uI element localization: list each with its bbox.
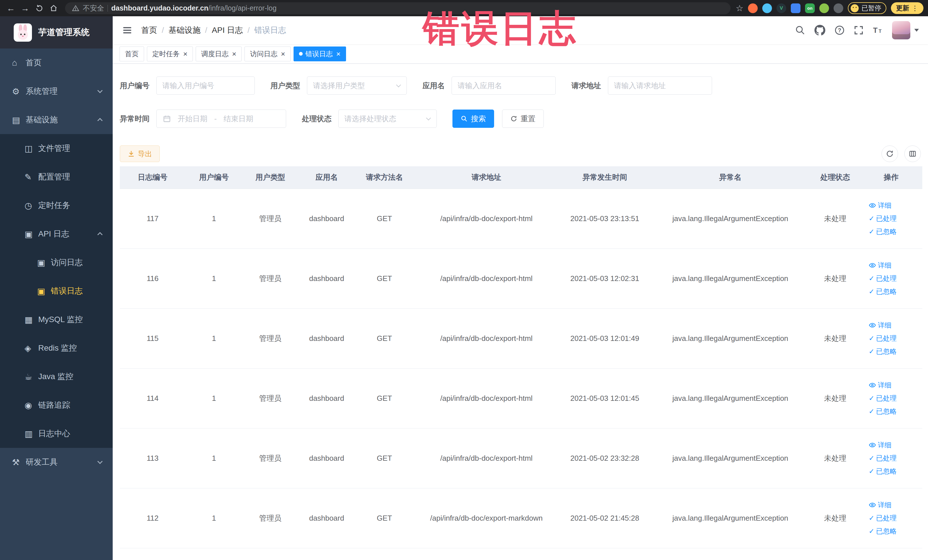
user-type-select[interactable]: 请选择用户类型 [307, 76, 407, 95]
home-button[interactable] [47, 2, 60, 15]
cell-exception: java.lang.IllegalArgumentException [650, 428, 810, 488]
reset-button[interactable]: 重置 [502, 110, 544, 128]
app-logo[interactable]: 芋道管理系统 [0, 16, 113, 49]
app-frame: 芋道管理系统 ⌂首页⚙系统管理▤基础设施◫文件管理✎配置管理◷定时任务▣API … [0, 16, 928, 560]
extension-icon[interactable] [791, 3, 800, 13]
process-status-select[interactable]: 请选择处理状态 [338, 110, 437, 128]
mark-ignored-link[interactable]: ✓已忽略 [868, 287, 897, 296]
github-icon[interactable] [815, 25, 825, 36]
breadcrumb-item[interactable]: 首页 [141, 25, 157, 36]
detail-link[interactable]: 详细 [868, 320, 891, 330]
paused-extension-badge[interactable]: 已暂停 [848, 2, 886, 14]
address-bar[interactable]: 不安全 dashboard.yudao.iocoder.cn/infra/log… [65, 2, 731, 14]
mark-processed-link[interactable]: ✓已处理 [868, 453, 897, 463]
mark-processed-link[interactable]: ✓已处理 [868, 394, 897, 403]
export-button[interactable]: 导出 [120, 145, 160, 162]
detail-link[interactable]: 详细 [868, 201, 891, 210]
cell-user-type: 管理员 [243, 308, 298, 368]
mark-processed-link[interactable]: ✓已处理 [868, 334, 897, 343]
detail-link[interactable]: 详细 [868, 441, 891, 450]
chevron-down-icon [914, 29, 919, 32]
sidebar-item-link-tracing[interactable]: ◉链路追踪 [0, 391, 113, 420]
sidebar-item-infrastructure[interactable]: ▤基础设施 [0, 105, 113, 134]
table-row: 1121管理员dashboardGET/api/infra/db-doc/exp… [120, 488, 922, 548]
app-name-input[interactable] [452, 76, 556, 95]
close-icon[interactable]: × [232, 50, 236, 58]
extension-icon[interactable] [819, 3, 829, 13]
active-tab-dot [299, 52, 303, 56]
page-content: 用户编号 用户类型 请选择用户类型 应用名 [113, 64, 928, 560]
extension-icon[interactable] [833, 3, 843, 13]
detail-link[interactable]: 详细 [868, 500, 891, 510]
sidebar-item-access-log[interactable]: ▣访问日志 [0, 248, 113, 277]
column-settings-button[interactable] [904, 145, 921, 162]
mark-ignored-link[interactable]: ✓已忽略 [868, 407, 897, 416]
breadcrumb-item[interactable]: API 日志 [212, 25, 243, 36]
user-avatar [892, 21, 910, 40]
vue-devtools-extension-icon[interactable]: V [777, 3, 786, 13]
filter-app-name: 应用名 [423, 76, 556, 95]
check-icon: ✓ [868, 348, 875, 355]
tab-schedule-log[interactable]: 调度日志× [196, 46, 242, 61]
close-icon[interactable]: × [183, 50, 188, 58]
sidebar-item-dev-tools[interactable]: ⚒研发工具 [0, 448, 113, 476]
tab-access-log[interactable]: 访问日志× [244, 46, 290, 61]
close-icon[interactable]: × [281, 50, 285, 58]
tab-error-log[interactable]: 错误日志× [293, 46, 346, 61]
detail-link[interactable]: 详细 [868, 261, 891, 270]
sidebar-item-system-management[interactable]: ⚙系统管理 [0, 77, 113, 105]
check-icon: ✓ [868, 275, 875, 282]
mark-ignored-link[interactable]: ✓已忽略 [868, 227, 897, 236]
mark-ignored-link[interactable]: ✓已忽略 [868, 467, 897, 476]
forward-button[interactable]: → [19, 2, 31, 15]
mark-ignored-link[interactable]: ✓已忽略 [868, 347, 897, 356]
sidebar-item-home[interactable]: ⌂首页 [0, 49, 113, 77]
search-icon [461, 115, 467, 122]
search-button[interactable]: 搜索 [452, 110, 494, 128]
filter-form: 用户编号 用户类型 请选择用户类型 应用名 [120, 76, 921, 128]
chevron-up-icon [97, 232, 102, 237]
sidebar-item-java-monitor[interactable]: ☕Java 监控 [0, 362, 113, 391]
extension-on-badge[interactable]: on [805, 3, 815, 13]
user-id-input[interactable] [156, 76, 255, 95]
filter-label: 处理状态 [302, 114, 331, 124]
extension-icon[interactable] [762, 3, 772, 13]
tab-home[interactable]: 首页 [119, 46, 144, 61]
column-header: 请求地址 [414, 166, 559, 189]
request-url-input[interactable] [608, 76, 712, 95]
bookmark-star-icon[interactable]: ☆ [736, 3, 743, 13]
sidebar-item-label: 首页 [26, 57, 42, 68]
mark-ignored-link[interactable]: ✓已忽略 [868, 526, 897, 536]
breadcrumb-item[interactable]: 基础设施 [169, 25, 200, 36]
help-icon[interactable]: ? [835, 25, 845, 35]
sidebar-item-log-center[interactable]: ▥日志中心 [0, 420, 113, 448]
back-button[interactable]: ← [5, 2, 17, 15]
browser-update-button[interactable]: 更新 ⋮ [891, 2, 923, 14]
cell-actions: 详细✓已处理✓已忽略 [860, 428, 922, 488]
sidebar-item-file-management[interactable]: ◫文件管理 [0, 134, 113, 163]
fullscreen-icon[interactable] [854, 25, 864, 35]
user-menu[interactable] [892, 21, 919, 40]
filter-label: 用户类型 [270, 81, 300, 91]
sidebar-item-api-logs[interactable]: ▣API 日志 [0, 220, 113, 248]
tab-scheduled-tasks[interactable]: 定时任务× [147, 46, 193, 61]
sidebar-item-config-management[interactable]: ✎配置管理 [0, 163, 113, 191]
check-icon: ✓ [868, 515, 875, 522]
detail-link[interactable]: 详细 [868, 381, 891, 390]
font-size-icon[interactable]: TT [873, 25, 883, 35]
mark-processed-link[interactable]: ✓已处理 [868, 274, 897, 283]
reload-button[interactable] [33, 2, 46, 15]
menu-kebab-icon: ⋮ [911, 4, 918, 12]
refresh-table-button[interactable] [882, 145, 898, 162]
mark-processed-link[interactable]: ✓已处理 [868, 214, 897, 223]
sidebar-item-error-log[interactable]: ▣错误日志 [0, 277, 113, 305]
sidebar-item-scheduled-tasks[interactable]: ◷定时任务 [0, 191, 113, 220]
close-icon[interactable]: × [336, 50, 340, 58]
sidebar-toggle-button[interactable] [122, 25, 133, 36]
date-range-picker[interactable]: 开始日期 - 结束日期 [156, 110, 286, 128]
extension-icon[interactable] [748, 3, 758, 13]
sidebar-item-mysql-monitor[interactable]: ▦MySQL 监控 [0, 305, 113, 334]
sidebar-item-redis-monitor[interactable]: ◈Redis 监控 [0, 334, 113, 362]
mark-processed-link[interactable]: ✓已处理 [868, 514, 897, 523]
search-icon[interactable] [795, 25, 805, 35]
